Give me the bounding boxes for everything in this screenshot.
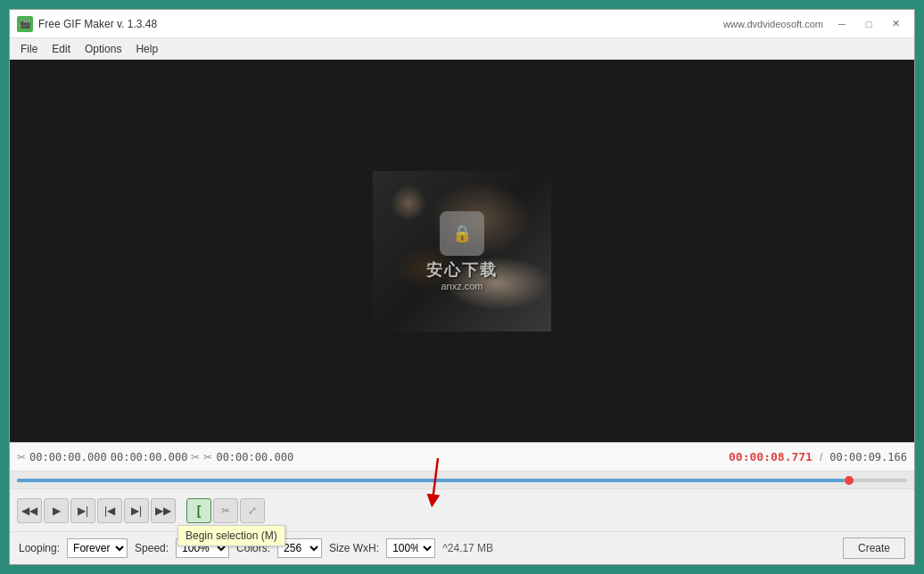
prev-key-button[interactable]: |◀ xyxy=(97,498,122,523)
menu-edit[interactable]: Edit xyxy=(45,41,78,57)
begin-selection-container: [ Begin selection (M) xyxy=(186,498,211,523)
window-buttons: ─ □ ✕ xyxy=(830,15,907,33)
menu-options[interactable]: Options xyxy=(78,41,128,57)
size-select[interactable]: 100% xyxy=(386,538,435,558)
timeline-time2: 00:00:00.000 xyxy=(111,451,188,463)
seek-thumb xyxy=(845,476,854,485)
title-bar: 🎬 Free GIF Maker v. 1.3.48 www.dvdvideos… xyxy=(10,10,914,38)
app-icon: 🎬 xyxy=(17,16,33,32)
window-title: Free GIF Maker v. 1.3.48 xyxy=(38,18,723,30)
play-frame-button[interactable]: ▶| xyxy=(70,498,95,523)
begin-selection-button[interactable]: [ xyxy=(186,498,211,523)
create-button[interactable]: Create xyxy=(843,537,905,559)
timeline-time1: 00:00:00.000 xyxy=(29,451,107,463)
video-preview: 安心下载 anxz.com xyxy=(373,171,551,332)
marker-icon: ✂ xyxy=(203,451,212,463)
maximize-button[interactable]: □ xyxy=(857,15,880,33)
size-label: Size WxH: xyxy=(329,542,379,554)
playback-controls: ◀◀ ▶ ▶| |◀ ▶| ▶▶ [ xyxy=(10,489,914,532)
file-size: ^24.17 MB xyxy=(442,542,493,554)
timeline-time3: 00:00:00.000 xyxy=(216,451,293,463)
timeline-bar: ✂ 00:00:00.000 00:00:00.000 ✂ ✂ 00:00:00… xyxy=(10,443,914,472)
video-area: 安心下载 anxz.com xyxy=(10,60,914,442)
controls-area: ✂ 00:00:00.000 00:00:00.000 ✂ ✂ 00:00:00… xyxy=(10,442,914,564)
looping-select[interactable]: Forever xyxy=(67,538,128,558)
expand-button[interactable]: ⤢ xyxy=(240,498,265,523)
looping-label: Looping: xyxy=(19,542,60,554)
seek-bar-container[interactable] xyxy=(10,472,914,489)
settings-bar: Looping: Forever Speed: 100% Colors: 256… xyxy=(10,532,914,564)
speed-label: Speed: xyxy=(135,542,169,554)
menu-bar: File Edit Options Help xyxy=(10,38,914,60)
minimize-button[interactable]: ─ xyxy=(830,15,854,33)
website-label: www.dvdvideosoft.com xyxy=(723,19,823,29)
tooltip-begin-selection: Begin selection (M) xyxy=(177,525,285,546)
current-time: 00:00:08.771 xyxy=(729,450,813,463)
go-to-start-button[interactable]: ◀◀ xyxy=(17,498,42,523)
menu-help[interactable]: Help xyxy=(128,41,165,57)
seek-bar[interactable] xyxy=(17,479,907,482)
cut-icon-1: ✂ xyxy=(17,451,26,463)
menu-file[interactable]: File xyxy=(13,41,45,57)
close-button[interactable]: ✕ xyxy=(884,15,907,33)
total-time: 00:00:09.166 xyxy=(829,451,907,463)
main-window: 🎬 Free GIF Maker v. 1.3.48 www.dvdvideos… xyxy=(9,9,915,565)
video-thumbnail xyxy=(373,171,551,332)
play-button[interactable]: ▶ xyxy=(44,498,69,523)
next-key-button[interactable]: ▶| xyxy=(124,498,149,523)
seek-progress xyxy=(17,479,845,482)
step-forward-button[interactable]: ▶▶ xyxy=(151,498,176,523)
cut-icon-2: ✂ xyxy=(191,451,200,463)
time-separator: / xyxy=(820,451,822,463)
cut-button[interactable]: ✂ xyxy=(213,498,238,523)
